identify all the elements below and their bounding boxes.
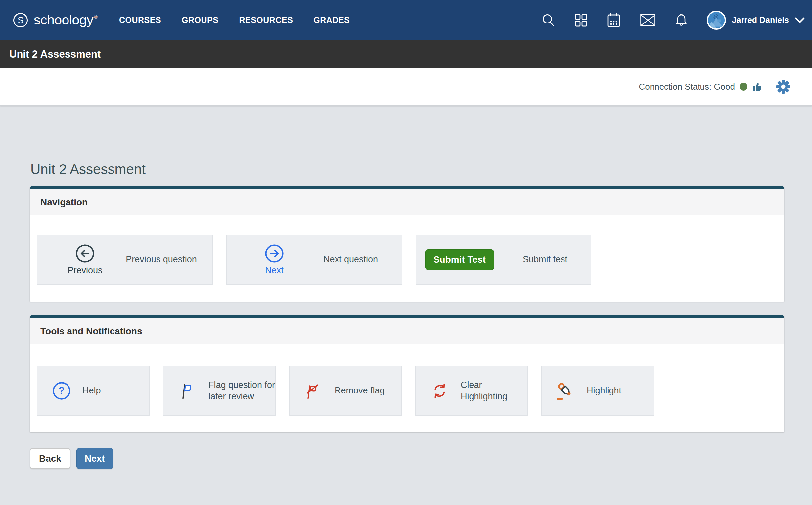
clear-highlighting-label: Clear Highlighting [461, 379, 528, 402]
circle-arrow-right-icon [265, 244, 284, 263]
tools-panel-header: Tools and Notifications [30, 318, 784, 344]
submit-test-card[interactable]: Submit Test Submit test [416, 234, 591, 285]
avatar[interactable] [707, 11, 726, 30]
previous-question-label: Previous question [105, 255, 212, 265]
nav-item-courses[interactable]: COURSES [119, 15, 161, 25]
highlight-label: Highlight [587, 385, 621, 396]
header-actions: Jarred Daniels [541, 11, 805, 30]
clear-highlighting-card[interactable]: Clear Highlighting [415, 366, 528, 415]
chevron-down-icon[interactable] [795, 17, 805, 23]
app-header: S schoology® COURSES GROUPS RESOURCES GR… [0, 0, 812, 40]
submit-test-label: Submit test [494, 255, 591, 265]
previous-icon-label: Previous [67, 266, 102, 276]
tools-panel: Tools and Notifications ? Help [30, 315, 784, 432]
settings-gear-icon[interactable] [776, 80, 790, 94]
registered-mark: ® [94, 14, 97, 19]
flag-question-card[interactable]: Flag question for later review [163, 366, 276, 415]
tools-panel-title: Tools and Notifications [40, 326, 142, 337]
nav-item-grades[interactable]: GRADES [314, 15, 350, 25]
next-question-card[interactable]: Next Next question [226, 234, 402, 285]
calendar-icon[interactable] [607, 13, 621, 28]
footer-buttons: Back Next [30, 448, 812, 469]
navigation-panel-title: Navigation [40, 197, 88, 207]
search-icon[interactable] [541, 13, 556, 27]
assessment-title-bar: Unit 2 Assessment [0, 40, 812, 68]
main-nav: COURSES GROUPS RESOURCES GRADES [119, 15, 350, 25]
circle-arrow-left-icon [75, 244, 94, 263]
user-menu[interactable]: Jarred Daniels [707, 11, 805, 30]
refresh-icon [430, 381, 449, 400]
next-icon-label: Next [265, 266, 283, 276]
help-label: Help [82, 385, 101, 396]
status-bar: Connection Status: Good [0, 68, 812, 106]
next-icon-stack: Next [254, 244, 294, 276]
remove-flag-card[interactable]: Remove flag [289, 366, 402, 415]
flag-question-label: Flag question for later review [208, 379, 275, 402]
highlighter-icon [556, 381, 575, 400]
tools-panel-body: ? Help Flag question for later review [30, 344, 784, 432]
help-circle-icon: ? [52, 381, 71, 400]
schoology-s-icon: S [13, 12, 28, 28]
connection-status-label: Connection Status: Good [639, 82, 735, 92]
navigation-panel-body: Previous Previous question Next Next qu [30, 215, 784, 302]
back-button[interactable]: Back [30, 448, 70, 469]
messages-icon[interactable] [640, 14, 656, 27]
assessment-title: Unit 2 Assessment [9, 48, 100, 60]
remove-flag-label: Remove flag [335, 385, 385, 396]
thumbs-up-icon [752, 82, 762, 92]
notifications-bell-icon[interactable] [675, 13, 688, 27]
help-card[interactable]: ? Help [37, 366, 150, 415]
nav-item-resources[interactable]: RESOURCES [239, 15, 293, 25]
brand-name: schoology® [34, 12, 97, 28]
svg-text:S: S [18, 15, 23, 25]
status-dot [740, 83, 748, 91]
schoology-logo[interactable]: S schoology® [13, 12, 97, 28]
previous-icon-stack: Previous [65, 244, 105, 276]
svg-text:?: ? [58, 385, 65, 396]
submit-test-button[interactable]: Submit Test [425, 249, 494, 270]
flag-icon [178, 381, 197, 400]
next-button[interactable]: Next [76, 448, 113, 469]
navigation-panel-header: Navigation [30, 189, 784, 215]
previous-question-card[interactable]: Previous Previous question [37, 234, 213, 285]
apps-grid-icon[interactable] [574, 14, 588, 27]
user-name: Jarred Daniels [732, 15, 789, 25]
nav-item-groups[interactable]: GROUPS [182, 15, 218, 25]
page-title: Unit 2 Assessment [30, 162, 812, 177]
main-content: Unit 2 Assessment Navigation Previous [0, 106, 812, 469]
next-question-label: Next question [294, 255, 402, 265]
highlight-card[interactable]: Highlight [541, 366, 654, 415]
flag-slash-icon [304, 381, 323, 400]
navigation-panel: Navigation Previous Previous question [30, 186, 784, 302]
